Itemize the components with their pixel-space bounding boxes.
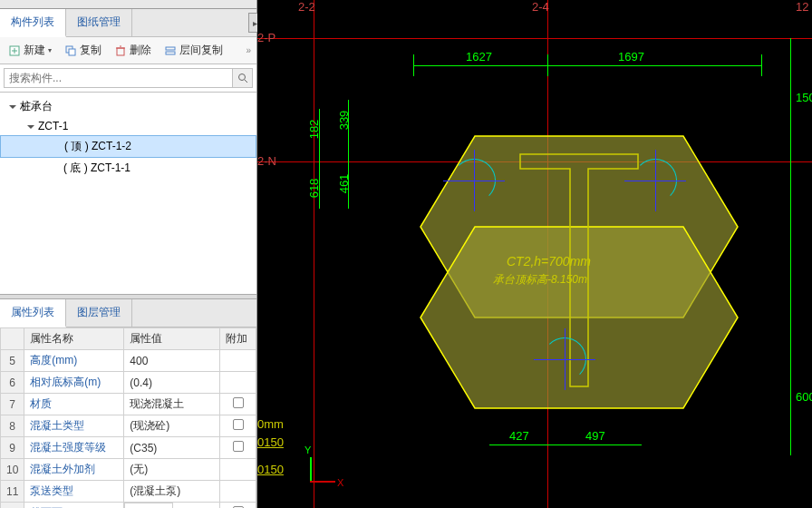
delete-icon bbox=[114, 44, 127, 57]
new-icon bbox=[8, 44, 21, 57]
prop-value[interactable]: (现浇砼) bbox=[124, 415, 220, 437]
layer-copy-icon bbox=[164, 44, 177, 57]
dim-1697: 1697 bbox=[618, 50, 644, 64]
prop-name: 截面面积(m²) bbox=[24, 503, 124, 509]
layer-copy-button[interactable]: 层间复制 bbox=[161, 41, 226, 60]
prop-value[interactable]: 10.471 bbox=[124, 503, 173, 508]
axis-2-n: 2-N bbox=[257, 154, 276, 168]
row-number: 7 bbox=[1, 394, 24, 415]
dim-182: 182 bbox=[307, 120, 321, 140]
prop-name: 混凝土强度等级 bbox=[24, 437, 124, 459]
prop-attach[interactable] bbox=[220, 350, 256, 372]
dim-6000: 6000 bbox=[796, 390, 812, 404]
prop-name: 混凝土外加剂 bbox=[24, 459, 124, 481]
axis-2-2: 2-2 bbox=[298, 0, 315, 14]
prop-name: 混凝土类型 bbox=[24, 415, 124, 437]
prop-attach[interactable] bbox=[220, 372, 256, 394]
prop-name: 材质 bbox=[24, 394, 124, 415]
col-value: 属性值 bbox=[124, 328, 220, 350]
search-icon bbox=[237, 73, 248, 83]
table-row[interactable]: 6相对底标高(m)(0.4) bbox=[1, 372, 256, 394]
prop-value[interactable]: (0.4) bbox=[124, 372, 220, 394]
svg-rect-2 bbox=[69, 49, 75, 55]
axis-2-4: 2-4 bbox=[532, 0, 549, 14]
tree-top[interactable]: ( 顶 ) ZCT-1-2 bbox=[0, 135, 256, 158]
prop-name: 泵送类型 bbox=[24, 481, 124, 503]
component-tree: 桩承台 ZCT-1 ( 顶 ) ZCT-1-2 ( 底 ) ZCT-1-1 bbox=[0, 93, 256, 294]
dim-497: 497 bbox=[585, 429, 605, 443]
row-number: 8 bbox=[1, 415, 24, 437]
prop-value[interactable]: (无) bbox=[124, 459, 220, 481]
tree-bot[interactable]: ( 底 ) ZCT-1-1 bbox=[0, 158, 256, 179]
prop-name: 高度(mm) bbox=[24, 350, 124, 372]
prop-name: 相对底标高(m) bbox=[24, 372, 124, 394]
component-toolbar: 新建 ▾ 复制 删除 层间复制 » bbox=[0, 37, 256, 64]
prop-attach[interactable] bbox=[220, 481, 256, 503]
property-table: 属性名称 属性值 附加 5高度(mm)4006相对底标高(m)(0.4)7材质现… bbox=[0, 327, 256, 508]
row-number: 11 bbox=[1, 481, 24, 503]
property-tabs: 属性列表 图层管理 bbox=[0, 299, 256, 327]
prop-value[interactable]: (C35) bbox=[124, 437, 220, 459]
table-row[interactable]: 11泵送类型(混凝土泵) bbox=[1, 481, 256, 503]
prop-value[interactable]: 现浇混凝土 bbox=[124, 394, 220, 415]
prop-attach[interactable] bbox=[220, 503, 256, 509]
axis-right-top: 12 bbox=[796, 0, 808, 14]
row-number: 12 bbox=[1, 503, 24, 509]
table-row[interactable]: 5高度(mm)400 bbox=[1, 350, 256, 372]
prop-attach[interactable] bbox=[220, 394, 256, 415]
dim-427: 427 bbox=[509, 429, 529, 443]
svg-rect-5 bbox=[166, 52, 175, 54]
row-number: 5 bbox=[1, 350, 24, 372]
overflow-icon[interactable]: » bbox=[246, 45, 251, 55]
row-number: 10 bbox=[1, 459, 24, 481]
cad-label-1: CT2,h=700mm bbox=[507, 254, 591, 269]
tree-root[interactable]: 桩承台 bbox=[0, 96, 256, 117]
tab-layer-mgmt[interactable]: 图层管理 bbox=[66, 299, 132, 327]
svg-point-6 bbox=[238, 74, 245, 81]
cad-label-2: 承台顶标高-8.150m bbox=[493, 272, 587, 288]
svg-rect-4 bbox=[166, 47, 175, 50]
dim-1500: 1500 bbox=[796, 91, 812, 104]
row-number: 6 bbox=[1, 372, 24, 394]
tree-zct1[interactable]: ZCT-1 bbox=[0, 117, 256, 135]
copy-button[interactable]: 复制 bbox=[62, 41, 104, 60]
dim-618: 618 bbox=[307, 179, 321, 199]
prop-attach[interactable] bbox=[220, 459, 256, 481]
cad-canvas[interactable]: 2-2 2-4 12 2-P 2-N 1627 1697 1500 6000 1… bbox=[257, 0, 812, 508]
tab-drawings[interactable]: 图纸管理 bbox=[66, 9, 132, 36]
dropdown-icon: ▾ bbox=[48, 46, 52, 54]
dim-339: 339 bbox=[337, 111, 351, 131]
col-name: 属性名称 bbox=[24, 328, 124, 350]
tab-prop-list[interactable]: 属性列表 bbox=[0, 299, 66, 327]
component-tabs: 构件列表 图纸管理 bbox=[0, 9, 256, 37]
prop-value[interactable]: 400 bbox=[124, 350, 220, 372]
dim-1627: 1627 bbox=[466, 50, 492, 64]
prop-attach[interactable] bbox=[220, 415, 256, 437]
edge-150a: 0150 bbox=[257, 435, 284, 449]
prop-attach[interactable] bbox=[220, 437, 256, 459]
table-row[interactable]: 9混凝土强度等级(C35) bbox=[1, 437, 256, 459]
new-button[interactable]: 新建 ▾ bbox=[5, 41, 54, 60]
table-row[interactable]: 7材质现浇混凝土 bbox=[1, 394, 256, 415]
edge-150b: 0150 bbox=[257, 463, 284, 476]
svg-rect-3 bbox=[117, 48, 124, 55]
axis-2-p: 2-P bbox=[257, 31, 276, 44]
search-input[interactable] bbox=[4, 68, 233, 88]
prop-value[interactable]: (混凝土泵) bbox=[124, 481, 220, 503]
copy-icon bbox=[64, 44, 77, 57]
table-row[interactable]: 12截面面积(m²)10.471 bbox=[1, 503, 256, 509]
tab-components[interactable]: 构件列表 bbox=[0, 9, 66, 37]
row-number: 9 bbox=[1, 437, 24, 459]
edge-0mm: 0mm bbox=[257, 417, 284, 431]
delete-button[interactable]: 删除 bbox=[111, 41, 154, 60]
search-button[interactable] bbox=[233, 68, 253, 88]
table-row[interactable]: 10混凝土外加剂(无) bbox=[1, 459, 256, 481]
col-attach: 附加 bbox=[220, 328, 256, 350]
table-row[interactable]: 8混凝土类型(现浇砼) bbox=[1, 415, 256, 437]
dim-461: 461 bbox=[337, 174, 351, 194]
